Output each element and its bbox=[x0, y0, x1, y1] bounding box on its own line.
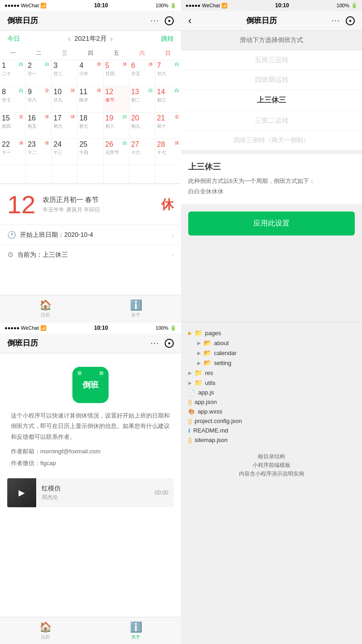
shift-option-1[interactable]: 五班三运转 bbox=[181, 50, 362, 70]
navbar-title-right: 倒班日历 bbox=[246, 15, 277, 26]
shift-desc: 上三休三 此种倒班方式以6天为一个周期，倒班方式如下：白白全休休休 bbox=[181, 154, 362, 204]
network-about: WeChat bbox=[21, 325, 39, 331]
shift-option-2[interactable]: 四班两运转 bbox=[181, 70, 362, 90]
jump-btn[interactable]: 跳转 bbox=[161, 35, 174, 43]
logo-text: 倒班 bbox=[82, 380, 99, 390]
cal-day-24[interactable]: 24 十三 bbox=[52, 139, 77, 165]
month-display: 2021年2月 bbox=[74, 34, 107, 43]
tab-calendar-about[interactable]: 🏠 日历 bbox=[0, 617, 90, 644]
res-arrow[interactable]: ▶ bbox=[188, 370, 192, 375]
signal-about: ●●●●● bbox=[5, 325, 19, 331]
cal-day-13[interactable]: 13 初二 白 bbox=[129, 87, 155, 113]
about-arrow[interactable]: ▶ bbox=[197, 341, 201, 346]
tab-about[interactable]: ℹ️ 关于 bbox=[90, 295, 181, 322]
sitemap-icon: {} bbox=[188, 437, 192, 443]
music-time: 00:00 bbox=[155, 490, 174, 496]
cal-day-17[interactable]: 17 初六 休 bbox=[52, 113, 77, 139]
about-wechat: 作者微信：figcap bbox=[0, 459, 181, 475]
cal-day-2[interactable]: 2 廿一 白 bbox=[26, 60, 52, 87]
cal-day-10[interactable]: 10 廿九 休 bbox=[52, 87, 77, 113]
status-bar-right: ●●●●● WeChat 📶 10:10 100% 🔋 bbox=[181, 0, 362, 11]
signal-dots-right: ●●●●● bbox=[186, 3, 200, 8]
calendar-folder-icon: 📂 bbox=[204, 349, 211, 356]
cal-day-28[interactable]: 28 十七 休 bbox=[155, 139, 181, 165]
cal-day-11[interactable]: 11 除夕 休 bbox=[77, 87, 103, 113]
today-btn[interactable]: 今日 bbox=[7, 35, 20, 43]
current-mode-arrow: › bbox=[171, 251, 174, 259]
file-projectconfig: {} project.config.json bbox=[188, 416, 355, 426]
cal-day-25[interactable]: 25 十四 bbox=[77, 139, 103, 165]
weekday-tue: 二 bbox=[26, 47, 52, 60]
navbar-record-about[interactable]: ● bbox=[165, 339, 174, 348]
shift-option-4[interactable]: 三班二运转 bbox=[181, 111, 362, 131]
cal-day-26[interactable]: 26 元宵节 白 bbox=[104, 139, 129, 165]
about-folder-icon: 📂 bbox=[204, 339, 211, 346]
weekday-sat: 六 bbox=[129, 47, 155, 60]
file-sitemap: {} sitemap.json bbox=[188, 435, 355, 445]
pages-arrow[interactable]: ▶ bbox=[188, 331, 192, 336]
setting-arrow[interactable]: ▶ bbox=[197, 360, 201, 365]
file-about: ▶ 📂 about bbox=[188, 338, 355, 348]
apply-button[interactable]: 应用此设置 bbox=[188, 211, 355, 235]
cal-day-16[interactable]: 16 初五 休 bbox=[26, 113, 52, 139]
music-player[interactable]: ▶ 红模仿 周杰伦 00:00 bbox=[7, 478, 174, 507]
cal-day-14[interactable]: 14 初三 白 bbox=[155, 87, 181, 113]
cal-empty-5 bbox=[104, 165, 129, 183]
cal-day-23[interactable]: 23 十二 休 bbox=[26, 139, 52, 165]
appwxss-label: app.wxss bbox=[198, 408, 222, 415]
back-btn[interactable]: ‹ bbox=[188, 15, 191, 27]
shift-desc-title: 上三休三 bbox=[188, 161, 355, 172]
cal-day-18[interactable]: 18 初七 bbox=[77, 113, 103, 139]
shift-option-5[interactable]: 四班三倒转（两天一倒制） bbox=[181, 131, 362, 150]
calendar-grid: 1 二十 白 2 廿一 白 3 廿二 4 小年 休 5 廿四 休 bbox=[0, 60, 181, 183]
cal-day-4[interactable]: 4 小年 休 bbox=[77, 60, 103, 87]
tab-calendar-label: 日历 bbox=[41, 312, 50, 318]
utils-folder-icon: 📁 bbox=[195, 379, 202, 386]
cal-day-9[interactable]: 9 廿八 全 bbox=[26, 87, 52, 113]
navbar-record-icon[interactable]: ● bbox=[165, 16, 174, 25]
utils-arrow[interactable]: ▶ bbox=[188, 380, 192, 385]
lunar-name: 农历正月初一 春节 bbox=[43, 196, 154, 204]
file-appjs: 📄 app.js bbox=[188, 388, 355, 397]
play-button-icon[interactable]: ▶ bbox=[19, 488, 25, 498]
cal-day-21[interactable]: 21 初十 全 bbox=[155, 113, 181, 139]
cal-day-7[interactable]: 7 廿六 白 bbox=[155, 60, 181, 87]
home-icon-about: 🏠 bbox=[39, 621, 52, 633]
cal-day-15[interactable]: 15 初四 全 bbox=[0, 113, 26, 139]
cal-day-20[interactable]: 20 初九 bbox=[129, 113, 155, 139]
weekday-thu: 四 bbox=[77, 47, 103, 60]
navbar-more-about[interactable]: ··· bbox=[151, 339, 159, 347]
music-thumbnail: ▶ bbox=[7, 478, 36, 507]
file-readme: ℹ README.md bbox=[188, 426, 355, 435]
calendar-arrow[interactable]: ▶ bbox=[197, 351, 201, 356]
next-month-btn[interactable]: › bbox=[110, 35, 113, 43]
shift-option-3-active[interactable]: 上三休三 bbox=[181, 90, 362, 111]
music-info: 红模仿 周杰伦 bbox=[36, 481, 155, 505]
cal-day-5[interactable]: 5 廿四 休 bbox=[104, 60, 129, 87]
cal-day-27[interactable]: 27 十六 bbox=[129, 139, 155, 165]
tab-about-active[interactable]: ℹ️ 关于 bbox=[90, 617, 181, 644]
cal-day-3[interactable]: 3 廿二 bbox=[52, 60, 77, 87]
tab-calendar[interactable]: 🏠 日历 bbox=[0, 295, 90, 322]
cal-day-1[interactable]: 1 二十 白 bbox=[0, 60, 26, 87]
battery-icon-about: 🔋 bbox=[170, 325, 176, 331]
file-note-2: 小程序前端模板 bbox=[188, 461, 355, 469]
cal-day-12[interactable]: 12 春节 bbox=[104, 87, 129, 113]
appjs-icon: 📄 bbox=[188, 389, 195, 396]
cal-day-19[interactable]: 19 初八 白 bbox=[104, 113, 129, 139]
appjs-label: app.js bbox=[198, 389, 214, 396]
navbar-record-right[interactable]: ● bbox=[346, 16, 355, 25]
tabbar-left: 🏠 日历 ℹ️ 关于 bbox=[0, 295, 181, 322]
start-date-row[interactable]: 🕐 开始上班日期：2020-10-4 › bbox=[0, 225, 181, 245]
cal-day-8[interactable]: 8 廿七 白 bbox=[0, 87, 26, 113]
status-bar-about: ●●●●● WeChat 📶 10:10 100% 🔋 bbox=[0, 322, 181, 333]
navbar-more-left[interactable]: ··· bbox=[151, 17, 159, 25]
shift-list: 五班三运转 四班两运转 上三休三 三班二运转 四班三倒转（两天一倒制） bbox=[181, 50, 362, 150]
prev-month-btn[interactable]: ‹ bbox=[68, 35, 71, 43]
current-mode-row[interactable]: ⚙ 当前为：上三休三 › bbox=[0, 245, 181, 264]
navbar-more-right[interactable]: ··· bbox=[332, 17, 340, 25]
cal-day-22[interactable]: 22 十一 休 bbox=[0, 139, 26, 165]
cal-day-6[interactable]: 6 廿五 休 bbox=[129, 60, 155, 87]
file-utils: ▶ 📁 utils bbox=[188, 378, 355, 388]
music-title: 红模仿 bbox=[42, 485, 149, 493]
